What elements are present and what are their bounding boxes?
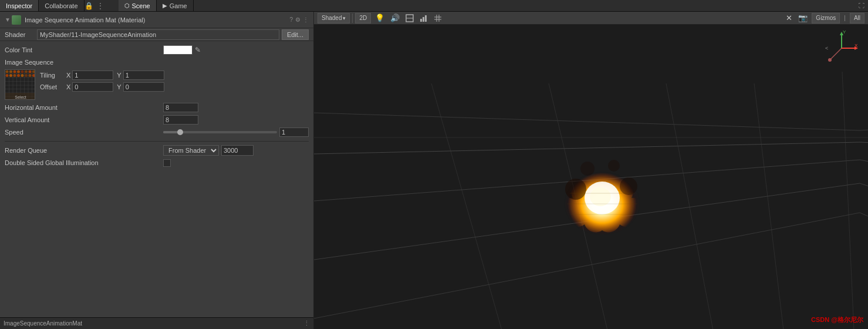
tiling-x-group: X [66,70,113,80]
image-content-row: Select Tiling X Y [5,69,309,100]
tiling-y-group: Y [117,70,164,80]
toolbar-separator-1 [352,14,353,23]
gizmos-button[interactable]: Gizmos [812,13,840,24]
texture-grid: Select [5,70,35,99]
vertical-amount-row: Vertical Amount [5,115,309,125]
tiling-x-input[interactable] [72,70,113,80]
color-picker-icon[interactable]: ✎ [195,46,201,54]
color-tint-swatch[interactable] [163,45,192,55]
render-queue-select[interactable]: From Shader [163,145,219,156]
tiling-offset-group: Tiling X Y Offset X [40,69,164,93]
collaborate-tab-label: Collaborate [45,2,77,9]
all-button[interactable]: All [850,13,864,24]
watermark: CSDN @格尔尼尔 [811,315,863,324]
expand-arrow[interactable]: ▼ [5,16,12,23]
svg-point-78 [828,58,832,62]
2d-button[interactable]: 2D [355,13,371,24]
shader-label: Shader [5,31,37,38]
svg-point-15 [6,70,9,73]
svg-rect-36 [423,17,424,22]
viewport-area: Shaded 2D 💡 🔊 [314,12,868,329]
kebab-icon[interactable]: ⋮ [97,2,104,10]
shading-mode-label: Shaded [322,15,342,21]
scene-icon: ⬡ [124,2,130,9]
color-tint-value: ✎ [163,45,309,55]
svg-rect-37 [425,15,427,22]
horizontal-amount-label: Horizontal Amount [5,104,163,111]
tiling-y-label: Y [117,72,121,79]
speed-slider-thumb[interactable] [177,129,183,135]
material-icon [12,15,21,25]
svg-point-63 [620,177,637,195]
svg-point-25 [13,74,16,77]
speed-label: Speed [5,129,163,136]
gizmos-label: Gizmos [816,15,836,21]
maximize-icon[interactable]: ⛶ [859,2,868,9]
svg-point-20 [25,70,28,73]
horizontal-amount-value [163,103,309,112]
offset-x-input[interactable] [72,82,113,92]
offset-x-group: X [66,82,113,92]
gizmo-widget: Y X < [824,31,859,66]
render-queue-value: From Shader [163,145,309,156]
grid-icon-button[interactable] [432,13,444,24]
viewport-canvas[interactable]: Y X < CSDN @格尔尼尔 [314,25,868,329]
all-label: All [854,15,860,21]
tab-game[interactable]: ▶ Game [157,0,194,11]
svg-point-21 [29,70,32,73]
material-header: ▼ Image Sequence Animation Mat (Material… [0,12,313,28]
svg-point-29 [29,74,32,77]
speed-row: Speed [5,127,309,137]
more-icon[interactable]: ⋮ [303,16,309,23]
transform-icon-button[interactable]: ✕ [784,13,794,24]
svg-point-27 [21,74,24,77]
image-sequence-section: Image Sequence [5,57,309,68]
svg-text:Y: Y [843,31,846,35]
svg-point-28 [25,74,28,77]
settings-icon[interactable]: ⚙ [295,16,300,23]
camera-icon-button[interactable]: 📷 [796,13,809,24]
texture-thumbnail[interactable]: Select [5,69,35,100]
viewport-separator-pipe: | [842,15,847,21]
main-layout: ▼ Image Sequence Animation Mat (Material… [0,12,868,329]
tab-scene[interactable]: ⬡ Scene [119,0,157,11]
offset-y-group: Y [117,82,164,92]
lock-icon[interactable]: 🔒 [85,2,93,10]
render-queue-label: Render Queue [5,147,163,154]
stats-icon-button[interactable] [418,13,430,24]
speed-slider-track[interactable] [163,131,277,133]
fx-icon-button[interactable] [404,13,416,24]
tiling-row: Tiling X Y [40,70,164,80]
vertical-amount-input[interactable] [163,115,198,125]
inspector-bottom-bar: ImageSequenceAnimationMat ⋮ [0,317,313,329]
double-sided-row: Double Sided Global Illumination [5,157,309,168]
tab-inspector[interactable]: Inspector [0,0,39,11]
shading-mode-button[interactable]: Shaded [318,13,350,24]
svg-point-67 [590,187,611,206]
tiling-y-input[interactable] [123,70,164,80]
viewport-toolbar-right: ✕ 📷 Gizmos | All [784,13,864,24]
shader-edit-button[interactable]: Edit... [282,29,309,40]
offset-x-label: X [66,83,70,90]
help-icon[interactable]: ? [289,16,293,23]
bottom-more-icon[interactable]: ⋮ [303,320,310,327]
svg-point-30 [32,74,35,77]
double-sided-checkbox[interactable] [163,159,171,167]
scene-game-tabs: ⬡ Scene ▶ Game [119,0,194,11]
render-queue-number[interactable] [221,145,254,156]
speed-value [163,127,309,137]
shader-row: Shader MyShader/11-ImageSequenceAnimatio… [0,28,313,41]
audio-icon-button[interactable]: 🔊 [389,13,401,24]
offset-y-input[interactable] [123,82,164,92]
speed-input[interactable] [279,127,309,137]
shader-select[interactable]: MyShader/11-ImageSequenceAnimation [37,29,279,40]
light-icon-button[interactable]: 💡 [373,13,386,24]
svg-point-23 [6,74,9,77]
svg-point-22 [32,70,35,73]
horizontal-amount-input[interactable] [163,103,198,112]
divider-1 [5,141,309,142]
horizontal-amount-row: Horizontal Amount [5,102,309,113]
color-tint-label: Color Tint [5,46,163,53]
tab-collaborate[interactable]: Collaborate [39,0,84,11]
svg-point-62 [565,179,586,200]
